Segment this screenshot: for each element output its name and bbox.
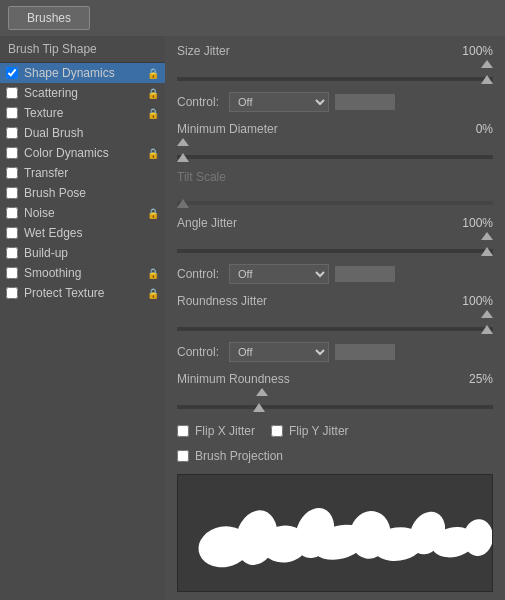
lock-icon-protect-texture: 🔒 [147, 287, 159, 299]
control3-input [335, 344, 395, 360]
angle-jitter-row: Angle Jitter 100% [177, 216, 493, 230]
brush-projection-row: Brush Projection [177, 449, 493, 463]
sidebar-item-protect-texture[interactable]: Protect Texture 🔒 [0, 283, 165, 303]
lock-icon-brush-pose [147, 187, 159, 199]
control2-row: Control: Off Fade Pen Pressure Pen Tilt [177, 264, 493, 284]
lock-icon-shape-dynamics: 🔒 [147, 67, 159, 79]
flip-x-checkbox[interactable] [177, 425, 189, 437]
brush-pose-checkbox[interactable] [6, 187, 18, 199]
lock-icon-wet-edges [147, 227, 159, 239]
lock-icon-smoothing: 🔒 [147, 267, 159, 279]
build-up-checkbox[interactable] [6, 247, 18, 259]
control3-row: Control: Off Fade Pen Pressure Pen Tilt [177, 342, 493, 362]
sidebar-item-texture[interactable]: Texture 🔒 [0, 103, 165, 123]
smoothing-label: Smoothing [24, 266, 147, 280]
sidebar-item-build-up[interactable]: Build-up [0, 243, 165, 263]
control1-row: Control: Off Fade Pen Pressure Pen Tilt [177, 92, 493, 112]
transfer-checkbox[interactable] [6, 167, 18, 179]
tilt-scale-slider-container [177, 194, 493, 208]
brushes-button[interactable]: Brushes [8, 6, 90, 30]
tilt-scale-label: Tilt Scale [177, 170, 226, 184]
sidebar-item-wet-edges[interactable]: Wet Edges [0, 223, 165, 243]
shape-dynamics-checkbox[interactable] [6, 67, 18, 79]
top-bar: Brushes [0, 0, 505, 36]
min-roundness-slider[interactable] [177, 405, 493, 409]
sidebar-item-brush-pose[interactable]: Brush Pose [0, 183, 165, 203]
flip-y-row: Flip Y Jitter [271, 424, 349, 438]
flip-y-label[interactable]: Flip Y Jitter [289, 424, 349, 438]
shape-dynamics-label: Shape Dynamics [24, 66, 147, 80]
size-jitter-value: 100% [453, 44, 493, 58]
lock-icon-texture: 🔒 [147, 107, 159, 119]
flip-x-label[interactable]: Flip X Jitter [195, 424, 255, 438]
brush-preview-svg [178, 475, 492, 591]
color-dynamics-checkbox[interactable] [6, 147, 18, 159]
roundness-jitter-label: Roundness Jitter [177, 294, 453, 308]
wet-edges-label: Wet Edges [24, 226, 147, 240]
app-container: Brushes Brush Tip Shape Shape Dynamics 🔒… [0, 0, 505, 600]
texture-label: Texture [24, 106, 147, 120]
size-jitter-slider-container [177, 64, 493, 84]
scattering-label: Scattering [24, 86, 147, 100]
brush-pose-label: Brush Pose [24, 186, 147, 200]
min-diameter-row: Minimum Diameter 0% [177, 122, 493, 136]
control3-select[interactable]: Off Fade Pen Pressure Pen Tilt [229, 342, 329, 362]
wet-edges-checkbox[interactable] [6, 227, 18, 239]
min-roundness-row: Minimum Roundness 25% [177, 372, 493, 386]
left-panel: Brush Tip Shape Shape Dynamics 🔒 Scatter… [0, 36, 165, 600]
smoothing-checkbox[interactable] [6, 267, 18, 279]
min-diameter-value: 0% [453, 122, 493, 136]
min-roundness-label: Minimum Roundness [177, 372, 453, 386]
lock-icon-build-up [147, 247, 159, 259]
protect-texture-checkbox[interactable] [6, 287, 18, 299]
control2-label: Control: [177, 267, 219, 281]
build-up-label: Build-up [24, 246, 147, 260]
control3-label: Control: [177, 345, 219, 359]
sidebar-item-smoothing[interactable]: Smoothing 🔒 [0, 263, 165, 283]
min-roundness-value: 25% [453, 372, 493, 386]
size-jitter-label: Size Jitter [177, 44, 453, 58]
right-panel: Size Jitter 100% Control: Off Fade Pen P… [165, 36, 505, 600]
angle-jitter-slider[interactable] [177, 249, 493, 253]
tilt-scale-row: Tilt Scale [177, 170, 493, 188]
brush-projection-checkbox[interactable] [177, 450, 189, 462]
tilt-scale-slider [177, 201, 493, 205]
main-layout: Brush Tip Shape Shape Dynamics 🔒 Scatter… [0, 36, 505, 600]
flip-y-checkbox[interactable] [271, 425, 283, 437]
color-dynamics-label: Color Dynamics [24, 146, 147, 160]
sidebar-item-transfer[interactable]: Transfer [0, 163, 165, 183]
min-diameter-slider[interactable] [177, 155, 493, 159]
size-jitter-slider[interactable] [177, 77, 493, 81]
sidebar-item-scattering[interactable]: Scattering 🔒 [0, 83, 165, 103]
sidebar-item-noise[interactable]: Noise 🔒 [0, 203, 165, 223]
transfer-label: Transfer [24, 166, 147, 180]
noise-checkbox[interactable] [6, 207, 18, 219]
noise-label: Noise [24, 206, 147, 220]
protect-texture-label: Protect Texture [24, 286, 147, 300]
roundness-jitter-slider-container [177, 314, 493, 334]
brush-preview [177, 474, 493, 592]
brush-projection-label[interactable]: Brush Projection [195, 449, 283, 463]
sidebar-item-shape-dynamics[interactable]: Shape Dynamics 🔒 [0, 63, 165, 83]
sidebar-item-color-dynamics[interactable]: Color Dynamics 🔒 [0, 143, 165, 163]
checkboxes-section: Flip X Jitter Flip Y Jitter [177, 424, 493, 441]
roundness-jitter-slider[interactable] [177, 327, 493, 331]
angle-jitter-slider-container [177, 236, 493, 256]
min-diameter-label: Minimum Diameter [177, 122, 453, 136]
roundness-jitter-value: 100% [453, 294, 493, 308]
angle-jitter-label: Angle Jitter [177, 216, 453, 230]
scattering-checkbox[interactable] [6, 87, 18, 99]
texture-checkbox[interactable] [6, 107, 18, 119]
brush-tip-shape-header: Brush Tip Shape [0, 36, 165, 63]
min-diameter-slider-container [177, 142, 493, 162]
control1-select[interactable]: Off Fade Pen Pressure Pen Tilt [229, 92, 329, 112]
flip-x-row: Flip X Jitter [177, 424, 255, 438]
dual-brush-checkbox[interactable] [6, 127, 18, 139]
min-roundness-slider-container [177, 392, 493, 412]
size-jitter-row: Size Jitter 100% [177, 44, 493, 58]
control1-label: Control: [177, 95, 219, 109]
control2-input [335, 266, 395, 282]
sidebar-item-dual-brush[interactable]: Dual Brush [0, 123, 165, 143]
roundness-jitter-row: Roundness Jitter 100% [177, 294, 493, 308]
control2-select[interactable]: Off Fade Pen Pressure Pen Tilt [229, 264, 329, 284]
